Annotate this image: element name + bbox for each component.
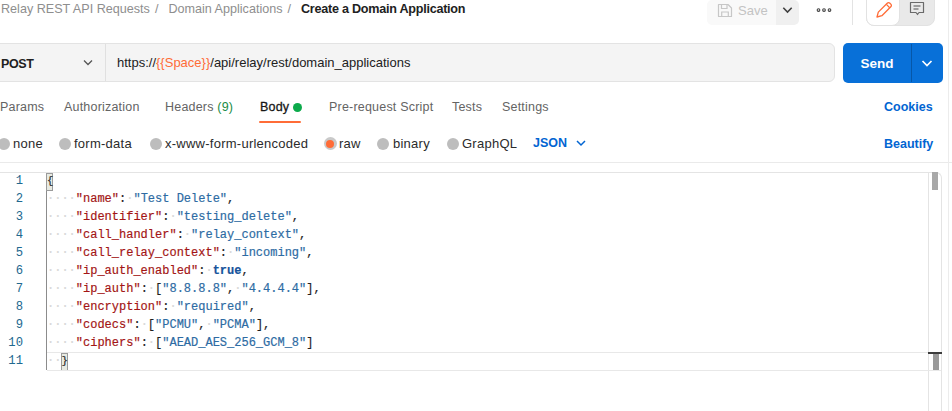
svg-text:Save: Save: [738, 3, 768, 18]
